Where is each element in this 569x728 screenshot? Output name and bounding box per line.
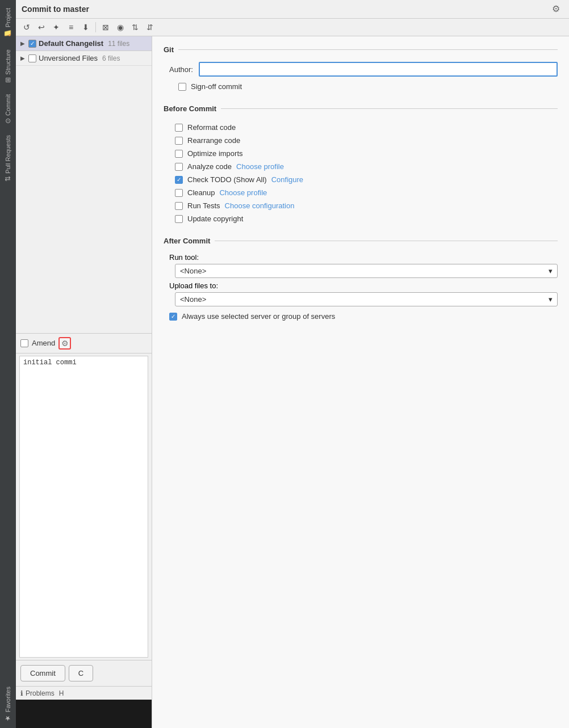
- settings-gear-icon[interactable]: ⚙: [552, 3, 563, 15]
- run-tests-choose-config-link[interactable]: Choose configuration: [225, 201, 295, 210]
- analyze-checkbox[interactable]: [175, 163, 183, 171]
- header: Commit to master ⚙: [16, 0, 569, 19]
- reformat-checkbox[interactable]: [175, 124, 183, 132]
- list-item: Check TODO (Show All) Configure: [175, 173, 558, 186]
- git-section-line: [178, 49, 558, 50]
- amend-checkbox[interactable]: [20, 339, 28, 347]
- undo-button[interactable]: ↩: [35, 21, 48, 33]
- signoff-label: Sign-off commit: [191, 82, 242, 91]
- upload-files-label-row: Upload files to:: [169, 281, 558, 290]
- list-item: Analyze code Choose profile: [175, 160, 558, 173]
- shelve-button[interactable]: ⬇: [80, 21, 92, 33]
- content-area: ▶ ✓ Default Changelist 11 files ▶ Unvers…: [16, 36, 569, 728]
- amend-gear-button[interactable]: ⚙: [58, 337, 71, 350]
- sidebar-item-favorites[interactable]: ★ Favorites: [0, 681, 16, 728]
- check-todo-checkbox[interactable]: [175, 176, 183, 184]
- problems-status[interactable]: ℹ Problems: [20, 689, 55, 697]
- analyze-label: Analyze code: [187, 162, 232, 171]
- author-input[interactable]: [199, 62, 558, 77]
- before-commit-section: Before Commit Reformat code Rearrange co…: [152, 102, 569, 234]
- list-item: Rearrange code: [175, 134, 558, 147]
- toolbar: ↺ ↩ ✦ ≡ ⬇ ⊠ ◉ ⇅ ⇵: [16, 19, 569, 36]
- left-panel: ▶ ✓ Default Changelist 11 files ▶ Unvers…: [16, 36, 152, 728]
- list-item: Optimize imports: [175, 147, 558, 160]
- sidebar-item-pull-requests[interactable]: ⇅ Pull Requests: [0, 129, 16, 187]
- run-tool-label: Run tool:: [169, 253, 199, 262]
- unversioned-label: Unversioned Files: [39, 54, 98, 62]
- rearrange-checkbox[interactable]: [175, 137, 183, 145]
- sidebar: 📁 Project ⊞ Structure ⊙ Commit ⇅ Pull Re…: [0, 0, 16, 728]
- before-commit-title: Before Commit: [164, 104, 216, 113]
- upload-files-dropdown[interactable]: <None> ▾: [175, 292, 558, 306]
- list-item: Reformat code: [175, 121, 558, 134]
- right-panel: Git Author: Sign-off commit Before Commi…: [152, 36, 569, 728]
- run-tests-checkbox[interactable]: [175, 202, 183, 210]
- structure-icon: ⊞: [4, 77, 12, 83]
- default-changelist-count: 11 files: [108, 40, 129, 48]
- always-use-checkbox[interactable]: [169, 313, 177, 321]
- sidebar-item-project[interactable]: 📁 Project: [0, 2, 16, 44]
- main-area: Commit to master ⚙ ↺ ↩ ✦ ≡ ⬇ ⊠ ◉ ⇅ ⇵ ▶ ✓: [16, 0, 569, 728]
- git-section-title: Git: [164, 45, 174, 54]
- cleanup-choose-profile-link[interactable]: Choose profile: [219, 188, 267, 197]
- before-commit-header: Before Commit: [164, 104, 558, 113]
- black-bar: [16, 700, 152, 728]
- default-changelist-label: Default Changelist: [39, 39, 103, 48]
- list-item: Run Tests Choose configuration: [175, 199, 558, 212]
- info-icon: ℹ: [20, 689, 23, 697]
- unversioned-files-row[interactable]: ▶ Unversioned Files 6 files: [16, 51, 152, 66]
- before-commit-line: [221, 108, 558, 109]
- signoff-checkbox[interactable]: [178, 83, 186, 91]
- pull-request-icon: ⇅: [4, 176, 12, 182]
- unversioned-count: 6 files: [102, 54, 120, 62]
- other-status[interactable]: H: [59, 689, 64, 697]
- signoff-row: Sign-off commit: [164, 82, 558, 91]
- amend-label: Amend: [32, 339, 55, 347]
- commit-other-button[interactable]: C: [69, 665, 93, 681]
- unversioned-checkbox[interactable]: [28, 54, 36, 62]
- check-todo-configure-link[interactable]: Configure: [271, 175, 303, 184]
- after-commit-header: After Commit: [164, 237, 558, 245]
- status-bar: ℹ Problems H: [16, 686, 152, 700]
- upload-dropdown-arrow-icon: ▾: [549, 295, 553, 304]
- before-commit-items: Reformat code Rearrange code Optimize im…: [164, 121, 558, 225]
- star-icon: ★: [4, 714, 12, 722]
- dropdown-arrow-icon: ▾: [549, 267, 553, 275]
- author-row: Author:: [164, 62, 558, 77]
- default-changelist-row[interactable]: ▶ ✓ Default Changelist 11 files: [16, 36, 152, 51]
- author-label: Author:: [169, 65, 193, 74]
- always-use-row: Always use selected server or group of s…: [169, 310, 558, 323]
- default-changelist-checkbox[interactable]: ✓: [28, 40, 36, 48]
- vcs-update-button[interactable]: ✦: [50, 21, 62, 33]
- move-button[interactable]: ⊠: [99, 21, 112, 33]
- after-commit-section: After Commit Run tool: <None> ▾ U: [152, 234, 569, 332]
- commit-message-area[interactable]: initial commi: [19, 356, 148, 658]
- cleanup-label: Cleanup: [187, 188, 215, 197]
- refresh-button[interactable]: ↺: [20, 21, 33, 33]
- optimize-label: Optimize imports: [187, 149, 243, 158]
- run-tool-dropdown[interactable]: <None> ▾: [175, 264, 558, 278]
- expand-chevron-icon: ▶: [20, 40, 25, 47]
- update-copyright-label: Update copyright: [187, 214, 243, 223]
- analyze-choose-profile-link[interactable]: Choose profile: [236, 162, 284, 171]
- folder-icon: 📁: [4, 30, 12, 38]
- update-copyright-checkbox[interactable]: [175, 215, 183, 223]
- commit-button[interactable]: Commit: [20, 665, 65, 681]
- git-section: Git Author: Sign-off commit: [152, 36, 569, 102]
- diff-button[interactable]: ≡: [65, 21, 77, 33]
- group-button[interactable]: ⇵: [144, 21, 156, 33]
- sidebar-item-commit[interactable]: ⊙ Commit: [0, 89, 16, 129]
- optimize-checkbox[interactable]: [175, 150, 183, 158]
- reformat-label: Reformat code: [187, 123, 236, 132]
- sort-button[interactable]: ⇅: [129, 21, 141, 33]
- git-section-header: Git: [164, 45, 558, 54]
- upload-files-label: Upload files to:: [169, 281, 218, 290]
- run-tool-label-row: Run tool:: [169, 253, 558, 262]
- unversioned-chevron-icon: ▶: [20, 55, 25, 61]
- check-todo-label: Check TODO (Show All): [187, 175, 267, 184]
- eye-button[interactable]: ◉: [114, 21, 127, 33]
- cleanup-checkbox[interactable]: [175, 189, 183, 197]
- run-tests-label: Run Tests: [187, 201, 220, 210]
- sidebar-item-structure[interactable]: ⊞ Structure: [0, 44, 16, 89]
- list-item: Cleanup Choose profile: [175, 186, 558, 199]
